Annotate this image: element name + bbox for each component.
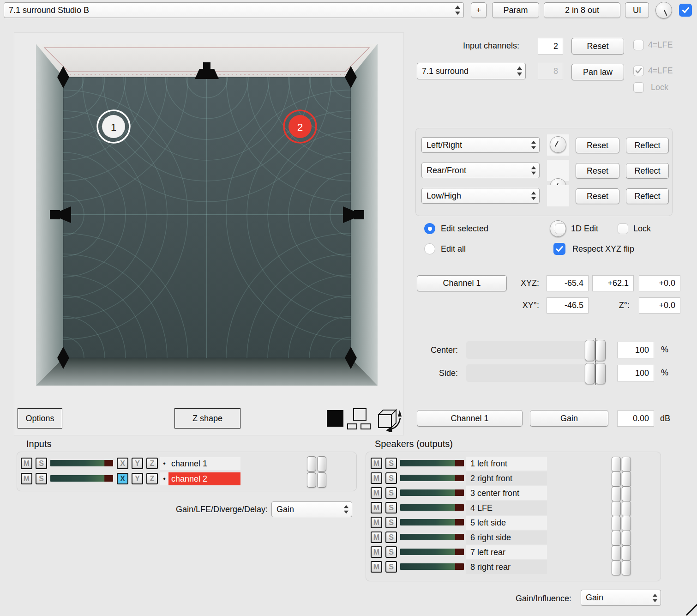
- channel-select-button[interactable]: Channel 1: [417, 275, 507, 291]
- output-4-link[interactable]: [612, 501, 631, 516]
- x-field[interactable]: -65.4: [547, 275, 589, 291]
- output-2-solo-button[interactable]: S: [385, 472, 397, 484]
- output-6-mute-button[interactable]: M: [371, 531, 382, 543]
- link-pill[interactable]: [612, 516, 621, 531]
- link-pill[interactable]: [622, 545, 631, 561]
- layout-view-icon-small-left[interactable]: [347, 423, 357, 429]
- gain-channel-button[interactable]: Channel 1: [417, 410, 523, 427]
- link-pill[interactable]: [612, 501, 621, 516]
- z-field[interactable]: +0.0: [639, 275, 680, 291]
- input-2-name[interactable]: channel 2: [168, 472, 240, 485]
- pan-marker-2[interactable]: 2: [284, 110, 316, 143]
- axis-select-2[interactable]: Rear/Front: [421, 163, 540, 178]
- output-5-solo-button[interactable]: S: [385, 517, 397, 528]
- output-8-solo-button[interactable]: S: [385, 561, 397, 573]
- input-2-y-button[interactable]: Y: [132, 473, 143, 484]
- output-5-link[interactable]: [612, 516, 631, 531]
- link-pill[interactable]: [622, 560, 631, 575]
- lfe-top-checkbox[interactable]: [633, 40, 644, 50]
- edit-all-radio[interactable]: [424, 243, 435, 254]
- link-pill[interactable]: [612, 457, 621, 472]
- z-shape-button[interactable]: Z shape: [174, 408, 240, 429]
- input-1-solo-button[interactable]: S: [36, 458, 47, 469]
- axis-reset-1[interactable]: Reset: [576, 138, 619, 153]
- axis-knob-1[interactable]: [550, 136, 566, 153]
- lfe-bottom-checkbox[interactable]: [633, 66, 644, 76]
- link-pill[interactable]: [317, 456, 326, 471]
- output-4-mute-button[interactable]: M: [371, 502, 382, 513]
- output-8-link[interactable]: [612, 560, 631, 575]
- io-config-button[interactable]: 2 in 8 out: [544, 2, 620, 18]
- ui-button[interactable]: UI: [625, 2, 649, 18]
- axis-reset-2[interactable]: Reset: [576, 163, 619, 179]
- axis-select-3[interactable]: Low/High: [421, 188, 540, 204]
- input-link-control[interactable]: [307, 456, 326, 488]
- link-pill[interactable]: [622, 516, 631, 531]
- enable-checkbox[interactable]: [679, 4, 692, 17]
- options-button[interactable]: Options: [18, 408, 62, 429]
- center-slider-handle[interactable]: [585, 340, 606, 360]
- link-pill[interactable]: [612, 486, 621, 501]
- output-1-link[interactable]: [612, 457, 631, 472]
- edit-selected-radio[interactable]: [424, 223, 435, 234]
- reset-channels-button[interactable]: Reset: [571, 38, 624, 54]
- output-7-mute-button[interactable]: M: [371, 546, 382, 558]
- gain-mode-button[interactable]: Gain: [530, 410, 608, 427]
- link-pill[interactable]: [307, 456, 316, 471]
- axis-reflect-2[interactable]: Reflect: [626, 163, 669, 179]
- z-deg-field[interactable]: +0.0: [639, 297, 680, 314]
- layout-select[interactable]: 7.1 surround: [417, 63, 526, 79]
- axis-reflect-3[interactable]: Reflect: [626, 188, 669, 204]
- rotate-3d-icon[interactable]: [375, 405, 403, 432]
- input-1-row[interactable]: • channel 1: [160, 457, 240, 470]
- link-pill[interactable]: [622, 531, 631, 546]
- preset-select[interactable]: 7.1 surround Studio B: [4, 2, 464, 18]
- gain-value-field[interactable]: 0.00: [617, 411, 654, 427]
- link-pill[interactable]: [612, 560, 621, 575]
- link-pill[interactable]: [307, 472, 316, 488]
- pan-marker-1[interactable]: 1: [97, 110, 130, 143]
- link-pill[interactable]: [612, 531, 621, 546]
- output-6-link[interactable]: [612, 531, 631, 546]
- output-3-solo-button[interactable]: S: [385, 487, 397, 499]
- input-2-solo-button[interactable]: S: [36, 473, 47, 484]
- input-2-x-button[interactable]: X: [117, 473, 128, 484]
- link-pill[interactable]: [622, 501, 631, 516]
- link-pill[interactable]: [317, 472, 326, 488]
- one-d-edit-checkbox[interactable]: [555, 223, 565, 234]
- output-2-mute-button[interactable]: M: [371, 472, 382, 484]
- pan-law-button[interactable]: Pan law: [571, 64, 624, 80]
- output-3-mute-button[interactable]: M: [371, 487, 382, 499]
- link-pill[interactable]: [622, 486, 631, 501]
- layout-view-icon-small-right[interactable]: [361, 423, 371, 429]
- link-pill[interactable]: [612, 545, 621, 561]
- output-mode-select[interactable]: Gain: [581, 590, 661, 606]
- output-4-solo-button[interactable]: S: [385, 502, 397, 513]
- lock-edit-checkbox[interactable]: [618, 223, 628, 234]
- lock-config-checkbox[interactable]: [633, 82, 644, 93]
- side-slider-handle[interactable]: [585, 363, 606, 383]
- input-1-y-button[interactable]: Y: [132, 458, 143, 469]
- output-6-solo-button[interactable]: S: [385, 531, 397, 543]
- input-1-z-button[interactable]: Z: [146, 458, 158, 469]
- axis-select-1[interactable]: Left/Right: [421, 137, 540, 153]
- param-button[interactable]: Param: [492, 2, 539, 18]
- input-channels-field[interactable]: 2: [538, 38, 563, 54]
- link-pill[interactable]: [612, 471, 621, 487]
- output-1-mute-button[interactable]: M: [371, 458, 382, 469]
- axis-reset-3[interactable]: Reset: [576, 188, 619, 204]
- layout-view-icon[interactable]: [353, 408, 367, 421]
- output-7-link[interactable]: [612, 545, 631, 561]
- side-value-field[interactable]: 100: [617, 365, 654, 381]
- input-2-z-button[interactable]: Z: [146, 473, 158, 484]
- input-1-x-button[interactable]: X: [117, 458, 128, 469]
- y-field[interactable]: +62.1: [592, 275, 634, 291]
- output-1-solo-button[interactable]: S: [385, 458, 397, 469]
- output-8-mute-button[interactable]: M: [371, 561, 382, 573]
- bypass-knob[interactable]: [655, 2, 672, 18]
- input-mode-select[interactable]: Gain: [271, 501, 352, 517]
- link-pill[interactable]: [622, 457, 631, 472]
- resize-grip[interactable]: [686, 604, 697, 616]
- output-2-link[interactable]: [612, 471, 631, 487]
- link-pill[interactable]: [622, 471, 631, 487]
